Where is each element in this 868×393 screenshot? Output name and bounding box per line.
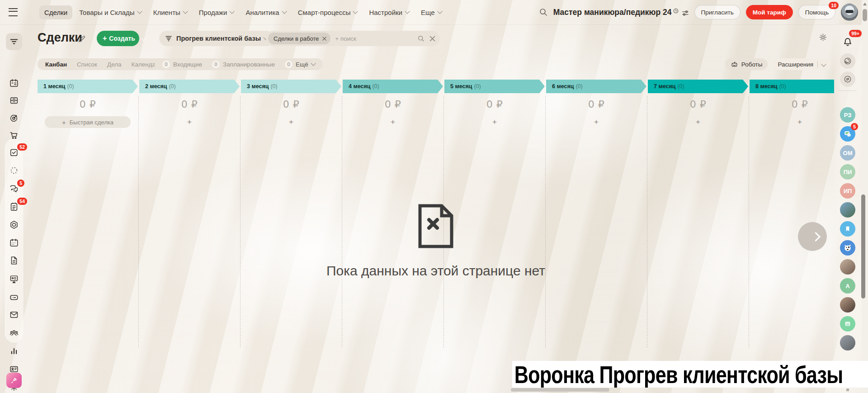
kanban-column-header[interactable]: 2 месяц(0) [139,80,240,93]
tasks-check-icon[interactable]: 52 [9,147,19,157]
notes-icon[interactable]: 54 [9,202,19,212]
initials-avatar[interactable]: A [840,278,855,294]
tab-tasks[interactable]: Дела [102,61,127,68]
add-deal-plus-button[interactable]: + [692,116,704,128]
filter-chip[interactable]: Сделки в работе [268,33,330,44]
menu-item-5[interactable]: Аналитика [241,5,291,19]
account-title[interactable]: Мастер маникюра/педикюр 24 [553,8,689,17]
assistant-spiral-icon[interactable] [839,52,856,70]
close-icon[interactable] [322,37,326,41]
scroll-up-arrow[interactable] [863,3,867,5]
add-deal-plus-button[interactable]: + [489,116,500,128]
my-tariff-button[interactable]: Мой тариф [746,5,793,19]
tab-kanban[interactable]: Канбан [40,61,72,68]
vertical-scrollbar-thumb-top[interactable] [863,9,867,21]
target-icon[interactable] [9,113,19,123]
cart-icon[interactable] [9,130,19,140]
notifications-bell-icon[interactable]: 99+ [839,33,856,51]
menu-item-1[interactable]: Сделки [39,5,72,19]
search-input[interactable]: + поиск [335,35,417,42]
cashbox-icon[interactable] [9,292,19,302]
kanban-column-header[interactable]: 1 месяц(0) [38,80,138,93]
stats-icon[interactable] [9,346,19,356]
caption-overlay: Воронка Прогрев клиентской базы [512,361,868,388]
photo-avatar[interactable] [840,335,855,350]
counter-incoming[interactable]: 0Входящие [157,61,207,68]
messenger-icon[interactable]: 5 [840,126,855,142]
horizontal-scrollbar-thumb[interactable] [511,388,609,392]
initials-avatar[interactable]: ПИ [840,164,855,180]
presentation-icon[interactable] [9,274,19,284]
add-deal-plus-button[interactable]: + [590,116,602,128]
trial-clock-icon [673,8,679,14]
kanban-column-header[interactable]: 3 месяц(0) [241,80,341,93]
photo-avatar[interactable] [840,202,855,218]
kanban-column-header[interactable]: 8 месяц(0) [750,80,834,93]
mail-icon[interactable] [9,310,19,320]
add-deal-plus-button[interactable]: + [285,116,297,128]
add-deal-plus-button[interactable]: + [387,116,399,128]
kanban-column-header[interactable]: 7 месяц(0) [648,80,748,93]
hamburger-menu-icon[interactable] [9,8,18,16]
menu-item-7[interactable]: Настройки [364,5,414,19]
search-icon[interactable] [539,8,548,17]
photo-avatar[interactable] [840,297,855,313]
add-deal-plus-button[interactable]: + [184,116,195,128]
counter-planned[interactable]: 0Запланированные [207,61,280,68]
initials-avatar[interactable]: РЗ [840,107,855,123]
column-separator [240,96,241,347]
rocket-icon[interactable] [6,373,22,388]
robots-button[interactable]: Роботы [725,58,768,70]
initials-avatar[interactable]: ИП [840,183,855,199]
menu-item-3[interactable]: Клиенты [148,5,192,19]
add-deal-plus-button[interactable]: + [794,116,806,128]
menu-item-6[interactable]: Смарт-процессы [293,5,363,19]
documents-icon[interactable] [9,256,19,265]
chats-icon[interactable]: 5 [9,184,19,194]
column-separator [443,96,444,347]
column-amount: 0 ₽ [343,99,443,110]
hexagon-icon[interactable] [9,220,19,230]
dog-icon[interactable] [840,240,855,256]
pipeline-selector[interactable]: Прогрев клиентской базы [159,31,274,46]
kanban-column-header[interactable]: 6 месяц(0) [546,80,646,93]
bookmark-icon[interactable] [840,221,855,237]
processes-icon[interactable] [9,166,19,175]
user-avatar[interactable] [841,4,858,21]
extensions-button[interactable]: Расширения [772,58,831,70]
create-deal-button[interactable]: + Создать [97,31,139,46]
expand-panel-button[interactable] [798,222,827,251]
deals-funnel-icon[interactable] [9,37,19,47]
calendar-tasks-icon[interactable] [9,78,19,88]
chevron-down-icon [230,9,235,14]
calendar-icon[interactable] [9,238,19,248]
chevron-down-icon [141,36,146,41]
right-sidebar: 99+ РЗ5ОМПИИПA [834,24,862,393]
kanban-column: 5 месяц(0) 0 ₽ + [444,80,545,360]
menu-item-4[interactable]: Продажи [194,5,239,19]
photo-avatar[interactable] [840,259,855,275]
account-settings-sliders-icon[interactable] [682,9,689,17]
kanban-column-header[interactable]: 5 месяц(0) [444,80,545,93]
team-icon[interactable] [9,328,19,338]
menu-item-8[interactable]: Еще [416,5,447,19]
kanban-column: 6 месяц(0) 0 ₽ + [546,80,646,360]
invite-button[interactable]: Пригласить [694,5,741,19]
board-settings-gear-icon[interactable] [818,33,828,42]
search-filter-box[interactable]: Сделки в работе + поиск [266,31,440,46]
clear-search-icon[interactable] [429,36,435,42]
kanban-column-header[interactable]: 4 месяц(0) [343,80,443,93]
news-icon[interactable] [840,316,855,331]
panel-scrollbar-thumb[interactable] [861,194,865,298]
search-icon[interactable] [417,35,425,43]
kanban-column: 1 месяц(0) 0 ₽ +Быстрая сделка [38,80,138,360]
chat-arrows-icon[interactable] [839,71,856,88]
tab-list[interactable]: Список [72,61,102,68]
warehouse-icon[interactable] [9,95,19,105]
help-button[interactable]: Помощь 10 [798,5,835,19]
edit-pencil-icon[interactable] [78,35,85,43]
quick-deal-button[interactable]: +Быстрая сделка [45,116,131,128]
counter-more[interactable]: 0Ещё [280,61,320,68]
initials-avatar[interactable]: ОМ [840,145,855,161]
menu-item-2[interactable]: Товары и Склады [74,5,146,19]
